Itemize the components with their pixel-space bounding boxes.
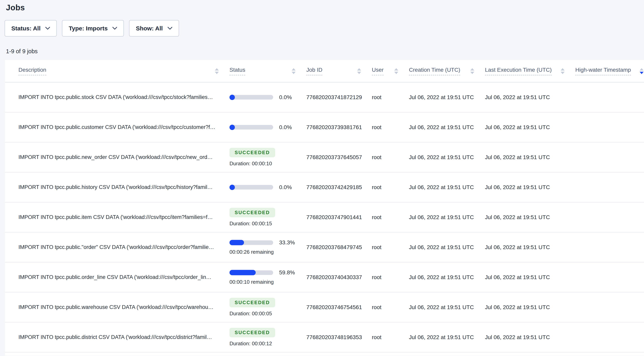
user-cell: root — [371, 262, 408, 292]
table-row: IMPORT INTO tpcc.public.new_order CSV DA… — [5, 142, 644, 172]
creation-time-cell: Jul 06, 2022 at 19:51 UTC — [408, 172, 484, 202]
duration-label: Duration: 00:00:05 — [230, 310, 272, 317]
creation-time-cell: Jul 06, 2022 at 19:51 UTC — [408, 142, 484, 172]
table-header-row: Description Status Job ID User — [5, 60, 644, 82]
user-cell: root — [371, 82, 408, 112]
table-row: IMPORT INTO tpcc.public.district CSV DAT… — [5, 322, 644, 352]
last-execution-time-cell: Jul 06, 2022 at 19:51 UTC — [484, 172, 574, 202]
job-description-link[interactable]: IMPORT INTO tpcc.public.district CSV DAT… — [5, 322, 228, 352]
type-filter-dropdown[interactable]: Type: Imports — [62, 20, 124, 37]
last-execution-time-cell: Jul 06, 2022 at 19:51 UTC — [484, 322, 574, 352]
status-cell: 0.0% — [228, 172, 305, 202]
creation-time-cell: Jul 06, 2022 at 19:51 UTC — [408, 82, 484, 112]
progress-bar — [230, 240, 273, 245]
column-header-job-id[interactable]: Job ID — [305, 60, 371, 82]
user-cell: root — [371, 172, 408, 202]
progress-bar — [230, 125, 273, 130]
status-filter-label: Status: All — [11, 25, 40, 32]
high-water-cell — [574, 82, 644, 112]
job-description-link[interactable]: IMPORT INTO tpcc.public."order" CSV DATA… — [5, 232, 228, 262]
user-cell: root — [371, 292, 408, 322]
progress-percent-label: 0.0% — [279, 124, 292, 131]
high-water-cell — [574, 202, 644, 232]
jobs-table-card: Description Status Job ID User — [5, 60, 644, 355]
high-water-cell — [574, 322, 644, 352]
last-execution-time-cell: Jul 06, 2022 at 19:51 UTC — [484, 262, 574, 292]
job-description-link[interactable]: IMPORT INTO tpcc.public.customer CSV DAT… — [5, 112, 228, 142]
job-id-cell: 776820203741872129 — [305, 82, 371, 112]
job-id-cell: 776820203747901441 — [305, 202, 371, 232]
table-row: IMPORT INTO tpcc.public.warehouse CSV DA… — [5, 292, 644, 322]
progress-bar — [230, 185, 273, 190]
job-id-cell: 776820203739381761 — [305, 112, 371, 142]
table-row: IMPORT INTO tpcc.public."order" CSV DATA… — [5, 232, 644, 262]
progress-percent-label: 33.3% — [279, 239, 295, 246]
progress-bar — [230, 95, 273, 100]
chevron-down-icon — [45, 27, 50, 30]
table-row: IMPORT INTO tpcc.public.item CSV DATA ('… — [5, 202, 644, 232]
creation-time-cell: Jul 06, 2022 at 19:51 UTC — [408, 262, 484, 292]
sort-icon[interactable] — [394, 68, 398, 74]
table-row: IMPORT INTO tpcc.public.history CSV DATA… — [5, 172, 644, 202]
user-cell: root — [371, 322, 408, 352]
creation-time-cell: Jul 06, 2022 at 19:51 UTC — [408, 322, 484, 352]
status-filter-dropdown[interactable]: Status: All — [4, 20, 57, 37]
chevron-down-icon — [168, 27, 172, 30]
duration-label: Duration: 00:00:12 — [230, 340, 272, 347]
status-cell: SUCCEEDED Duration: 00:00:15 — [228, 202, 305, 232]
job-description-link[interactable]: IMPORT INTO tpcc.public.stock CSV DATA (… — [5, 82, 228, 112]
user-cell: root — [371, 112, 408, 142]
chevron-down-icon — [112, 27, 117, 30]
status-cell: 0.0% — [228, 112, 305, 142]
creation-time-cell: Jul 06, 2022 at 19:51 UTC — [408, 112, 484, 142]
high-water-cell — [574, 292, 644, 322]
last-execution-time-cell: Jul 06, 2022 at 19:51 UTC — [484, 142, 574, 172]
duration-label: Duration: 00:00:10 — [230, 161, 272, 167]
status-badge: SUCCEEDED — [230, 298, 275, 307]
column-header-last-execution-time[interactable]: Last Execution Time (UTC) — [484, 60, 574, 82]
jobs-table: Description Status Job ID User — [5, 60, 644, 352]
high-water-cell — [574, 232, 644, 262]
job-description-link[interactable]: IMPORT INTO tpcc.public.new_order CSV DA… — [5, 142, 228, 172]
sort-icon[interactable] — [215, 68, 219, 74]
progress-percent-label: 0.0% — [279, 184, 292, 191]
job-description-link[interactable]: IMPORT INTO tpcc.public.warehouse CSV DA… — [5, 292, 228, 322]
creation-time-cell: Jul 06, 2022 at 19:51 UTC — [408, 232, 484, 262]
column-header-user[interactable]: User — [371, 60, 408, 82]
status-cell: 59.8% 00:00:10 remaining — [228, 262, 305, 292]
table-row: IMPORT INTO tpcc.public.customer CSV DAT… — [5, 112, 644, 142]
column-header-creation-time[interactable]: Creation Time (UTC) — [408, 60, 484, 82]
job-id-cell: 776820203768479745 — [305, 232, 371, 262]
progress-percent-label: 59.8% — [279, 269, 295, 276]
type-filter-label: Type: Imports — [69, 25, 108, 32]
progress-bar — [230, 270, 273, 275]
column-header-status[interactable]: Status — [228, 60, 305, 82]
job-id-cell: 776820203746754561 — [305, 292, 371, 322]
jobs-count: 1-9 of 9 jobs — [6, 48, 644, 55]
sort-icon[interactable] — [357, 68, 361, 74]
status-cell: SUCCEEDED Duration: 00:00:10 — [228, 142, 305, 172]
column-header-high-water-timestamp[interactable]: High-water Timestamp — [574, 60, 644, 82]
job-description-link[interactable]: IMPORT INTO tpcc.public.item CSV DATA ('… — [5, 202, 228, 232]
sort-icon[interactable] — [292, 68, 296, 74]
job-id-cell: 776820203737645057 — [305, 142, 371, 172]
sort-icon[interactable] — [470, 68, 474, 74]
job-description-link[interactable]: IMPORT INTO tpcc.public.order_line CSV D… — [5, 262, 228, 292]
status-cell: SUCCEEDED Duration: 00:00:05 — [228, 292, 305, 322]
job-description-link[interactable]: IMPORT INTO tpcc.public.history CSV DATA… — [5, 172, 228, 202]
progress-percent-label: 0.0% — [279, 94, 292, 101]
creation-time-cell: Jul 06, 2022 at 19:51 UTC — [408, 292, 484, 322]
high-water-cell — [574, 112, 644, 142]
table-row: IMPORT INTO tpcc.public.order_line CSV D… — [5, 262, 644, 292]
last-execution-time-cell: Jul 06, 2022 at 19:51 UTC — [484, 292, 574, 322]
high-water-cell — [574, 172, 644, 202]
sort-icon[interactable] — [560, 68, 564, 74]
column-header-description[interactable]: Description — [5, 60, 228, 82]
status-badge: SUCCEEDED — [230, 148, 275, 157]
status-cell: SUCCEEDED Duration: 00:00:12 — [228, 322, 305, 352]
user-cell: root — [371, 202, 408, 232]
show-filter-dropdown[interactable]: Show: All — [129, 20, 179, 37]
duration-label: Duration: 00:00:15 — [230, 220, 272, 227]
sort-icon-active[interactable] — [640, 68, 644, 74]
status-cell: 33.3% 00:00:26 remaining — [228, 232, 305, 262]
